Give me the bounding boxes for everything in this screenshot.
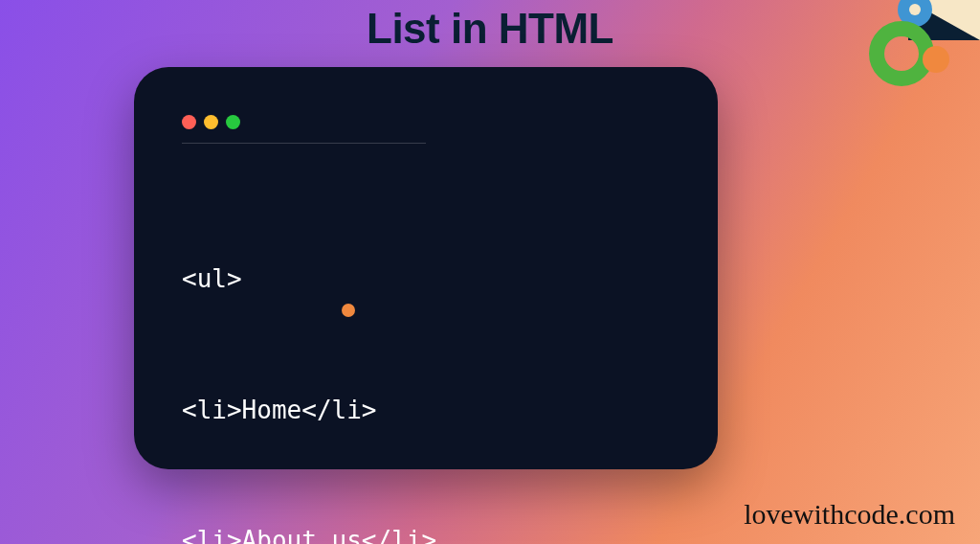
divider bbox=[182, 143, 426, 144]
watermark: lovewithcode.com bbox=[744, 498, 955, 531]
svg-point-2 bbox=[909, 4, 921, 15]
window-maximize-icon bbox=[226, 115, 240, 129]
window-close-icon bbox=[182, 115, 196, 129]
cursor-dot-icon bbox=[342, 304, 355, 317]
window-minimize-icon bbox=[204, 115, 218, 129]
code-line: <li>Home</li> bbox=[182, 389, 670, 433]
svg-point-3 bbox=[877, 29, 926, 79]
code-block: <ul> <li>Home</li> <li>About us</li> <li… bbox=[182, 170, 670, 544]
traffic-lights bbox=[182, 115, 670, 129]
code-line: <li>About us</li> bbox=[182, 519, 670, 544]
code-line: <ul> bbox=[182, 258, 670, 302]
corner-decoration bbox=[856, 0, 980, 105]
page-title: List in HTML bbox=[367, 5, 613, 53]
svg-point-4 bbox=[923, 46, 949, 73]
code-window: <ul> <li>Home</li> <li>About us</li> <li… bbox=[134, 67, 718, 469]
